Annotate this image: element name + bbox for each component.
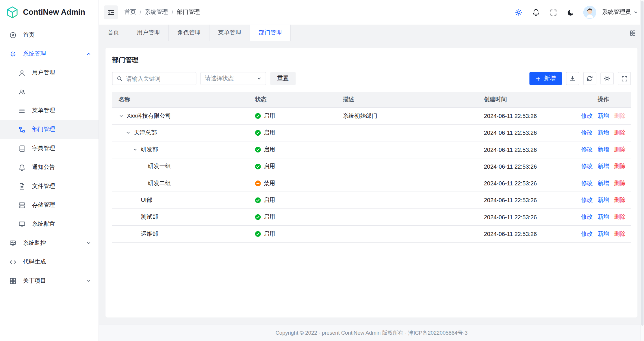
cell-status: 启用: [250, 146, 336, 154]
cell-name: Xxx科技有限公司: [112, 112, 250, 120]
column-settings-button[interactable]: [600, 72, 613, 85]
sidebar-item-system[interactable]: 系统管理: [0, 45, 99, 63]
sidebar-item-dept-mgmt[interactable]: 部门管理: [0, 120, 99, 139]
add-link[interactable]: 新增: [597, 163, 609, 170]
delete-link[interactable]: 删除: [614, 112, 626, 120]
grid-icon: [9, 277, 16, 285]
dept-table: 名称 状态 描述 创建时间 操作 Xxx科技有限公司: [112, 92, 631, 243]
cell-created-time: 2024-06-11 22:53:26: [477, 214, 576, 220]
tree-collapse-icon[interactable]: [126, 130, 131, 135]
sidebar-item-codegen[interactable]: 代码生成: [0, 252, 99, 271]
menu-fold-button[interactable]: [104, 5, 118, 19]
edit-link[interactable]: 修改: [581, 112, 593, 120]
logo-row: ContiNew Admin: [0, 0, 99, 25]
sidebar-item-notice[interactable]: 通知公告: [0, 158, 99, 177]
cell-actions: 修改 新增 删除: [576, 213, 631, 221]
edit-link[interactable]: 修改: [581, 197, 593, 204]
delete-link[interactable]: 删除: [614, 197, 626, 204]
refresh-button[interactable]: [583, 72, 596, 85]
toolbar-right: 新增: [529, 72, 631, 85]
sidebar-item-storage-mgmt[interactable]: 存储管理: [0, 196, 99, 215]
tab-home[interactable]: 首页: [99, 25, 128, 41]
app-title: ContiNew Admin: [23, 8, 85, 17]
cell-name: 研发部: [112, 146, 250, 154]
scrollbar-thumb[interactable]: [641, 1, 644, 326]
breadcrumb-home[interactable]: 首页: [125, 9, 136, 16]
status-enabled-icon: [255, 231, 261, 237]
chevron-down-icon: [633, 10, 638, 15]
sidebar-item-label: 系统管理: [23, 50, 46, 58]
sidebar-item-about[interactable]: 关于项目: [0, 271, 99, 290]
cell-actions: 修改 新增 删除: [576, 197, 631, 204]
edit-link[interactable]: 修改: [581, 180, 593, 187]
add-link[interactable]: 新增: [597, 129, 609, 137]
table-row: 研发部 启用 2024-06-11 22:53:26 修改 新增 删除: [112, 141, 631, 158]
delete-link[interactable]: 删除: [614, 146, 626, 154]
edit-link[interactable]: 修改: [581, 146, 593, 154]
tree-collapse-icon[interactable]: [119, 113, 124, 118]
search-input[interactable]: [125, 75, 192, 82]
sidebar-item-system-config[interactable]: 系统配置: [0, 215, 99, 233]
delete-link[interactable]: 删除: [614, 163, 626, 170]
breadcrumb: 首页 / 系统管理 / 部门管理: [125, 9, 200, 16]
notifications-button[interactable]: [529, 5, 543, 19]
add-link[interactable]: 新增: [597, 213, 609, 221]
cell-name: 研发一组: [112, 163, 250, 170]
add-link[interactable]: 新增: [597, 146, 609, 154]
user-avatar[interactable]: [583, 6, 596, 19]
cell-created-time: 2024-06-11 22:53:26: [477, 163, 576, 170]
tab-menu-mgmt[interactable]: 菜单管理: [209, 25, 250, 41]
sidebar-item-user-mgmt[interactable]: 用户管理: [0, 63, 99, 82]
edit-link[interactable]: 修改: [581, 213, 593, 221]
reset-button[interactable]: 重置: [270, 72, 296, 85]
add-button[interactable]: 新增: [529, 72, 562, 85]
tab-user-mgmt[interactable]: 用户管理: [128, 25, 169, 41]
delete-link[interactable]: 删除: [614, 230, 626, 238]
tab-list-icon[interactable]: [627, 27, 638, 39]
export-button[interactable]: [566, 72, 579, 85]
add-link[interactable]: 新增: [597, 197, 609, 204]
dark-mode-button[interactable]: [563, 5, 577, 19]
table-row: Xxx科技有限公司 启用 系统初始部门 2024-06-11 22:53:26 …: [112, 108, 631, 124]
add-link[interactable]: 新增: [597, 230, 609, 238]
add-link[interactable]: 新增: [597, 180, 609, 187]
add-link[interactable]: 新增: [597, 112, 609, 120]
sidebar-item-file-mgmt[interactable]: 文件管理: [0, 177, 99, 196]
add-label: 新增: [544, 75, 556, 82]
tab-role-mgmt[interactable]: 角色管理: [169, 25, 209, 41]
user-menu[interactable]: 系统管理员: [602, 9, 638, 16]
delete-link[interactable]: 删除: [614, 180, 626, 187]
settings-button[interactable]: [512, 5, 526, 19]
delete-link[interactable]: 删除: [614, 213, 626, 221]
menu-fold-icon: [107, 9, 114, 16]
tree-collapse-icon[interactable]: [133, 147, 138, 152]
cell-actions: 修改 新增 删除: [576, 230, 631, 238]
tab-dept-mgmt[interactable]: 部门管理: [250, 25, 291, 41]
edit-link[interactable]: 修改: [581, 230, 593, 238]
status-label: 禁用: [264, 180, 275, 187]
sidebar-item-dict-mgmt[interactable]: 字典管理: [0, 139, 99, 158]
sidebar-item-label: 用户管理: [32, 69, 55, 77]
delete-link[interactable]: 删除: [614, 129, 626, 137]
fullscreen-button[interactable]: [546, 5, 560, 19]
table-row: 研发一组 启用 2024-06-11 22:53:26 修改 新增 删除: [112, 158, 631, 175]
code-icon: [9, 258, 16, 266]
page-scrollbar[interactable]: [640, 0, 644, 341]
cell-status: 启用: [250, 163, 336, 170]
sidebar-item-home[interactable]: 首页: [0, 25, 99, 44]
sidebar-item-role-mgmt[interactable]: 角色管理: [0, 82, 99, 101]
sidebar-item-monitor[interactable]: 系统监控: [0, 233, 99, 252]
sidebar-item-label: 代码生成: [23, 258, 46, 266]
breadcrumb-system[interactable]: 系统管理: [145, 9, 168, 16]
breadcrumb-dept[interactable]: 部门管理: [177, 9, 200, 16]
cell-actions: 修改 新增 删除: [576, 180, 631, 187]
status-select[interactable]: 请选择状态: [201, 72, 266, 85]
sidebar-item-label: 部门管理: [32, 126, 55, 133]
status-enabled-icon: [255, 130, 261, 136]
cell-created-time: 2024-06-11 22:53:26: [477, 180, 576, 187]
sidebar-item-menu-mgmt[interactable]: 菜单管理: [0, 101, 99, 120]
table-fullscreen-button[interactable]: [618, 72, 631, 85]
edit-link[interactable]: 修改: [581, 163, 593, 170]
edit-link[interactable]: 修改: [581, 129, 593, 137]
toolbar: 请选择状态 重置 新增: [112, 72, 631, 85]
